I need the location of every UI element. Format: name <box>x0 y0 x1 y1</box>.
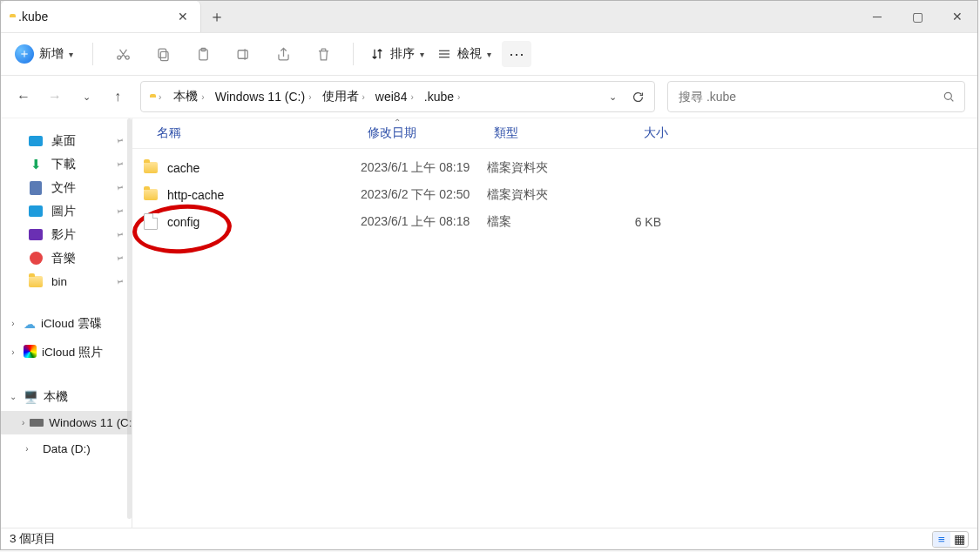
search-input[interactable] <box>677 89 942 104</box>
sidebar-item-label: Windows 11 (C:) <box>49 416 132 429</box>
sidebar-item[interactable]: 影片 <box>1 223 132 246</box>
separator <box>92 43 93 65</box>
sidebar-item[interactable]: ›☁iCloud 雲碟 <box>1 309 132 338</box>
folder-icon <box>29 275 43 289</box>
file-icon <box>143 214 159 230</box>
sidebar-item-label: 圖片 <box>51 204 76 219</box>
sidebar-item[interactable]: 文件 <box>1 176 132 199</box>
view-icon <box>436 46 452 62</box>
chevron-right-icon: › <box>8 347 18 358</box>
file-row[interactable]: cache2023/6/1 上午 08:19檔案資料夾 <box>132 154 977 181</box>
column-headers: ⌃ 名稱 修改日期 類型 大小 <box>132 118 977 149</box>
address-bar[interactable]: › 本機›Windows 11 (C:)›使用者›wei84›.kube› ⌄ <box>140 81 655 112</box>
document-icon <box>29 181 43 195</box>
sort-button[interactable]: 排序 ▾ <box>368 46 426 62</box>
chevron-down-icon: ▾ <box>69 50 73 59</box>
refresh-button[interactable] <box>631 90 645 104</box>
sidebar-item[interactable]: ›iCloud 照片 <box>1 338 132 367</box>
close-button[interactable]: ✕ <box>937 1 977 32</box>
breadcrumb-item[interactable]: 本機› <box>170 87 209 106</box>
breadcrumb-item[interactable]: Windows 11 (C:)› <box>212 88 317 105</box>
sidebar-item[interactable]: ⬇下載 <box>1 152 132 176</box>
iphoto-icon <box>24 345 37 360</box>
delete-button[interactable] <box>308 38 339 70</box>
pin-icon <box>112 204 127 219</box>
pc-icon: 🖥️ <box>24 390 38 404</box>
new-label: 新增 <box>39 46 64 62</box>
window-tab[interactable]: .kube ✕ <box>1 1 201 32</box>
breadcrumb-item[interactable]: 使用者› <box>319 87 370 106</box>
pin-icon <box>112 133 127 148</box>
breadcrumb-item[interactable]: .kube› <box>421 88 466 105</box>
sidebar-item-label: 音樂 <box>51 251 76 266</box>
file-date: 2023/6/1 上午 08:19 <box>361 160 487 176</box>
column-name[interactable]: 名稱 <box>150 125 368 141</box>
desktop-icon <box>29 134 43 148</box>
sort-label: 排序 <box>390 46 415 62</box>
new-button[interactable]: ＋ 新增 ▾ <box>13 41 78 67</box>
sidebar-item-label: bin <box>51 275 67 288</box>
chevron-right-icon: › <box>8 319 18 329</box>
recent-locations-button[interactable]: ⌄ <box>76 86 97 107</box>
sidebar-item-label: iCloud 照片 <box>42 345 103 360</box>
navigation-row: ← → ⌄ ↑ › 本機›Windows 11 (C:)›使用者›wei84›.… <box>1 76 977 118</box>
rename-button[interactable] <box>227 38 259 70</box>
chevron-right-icon: › <box>159 92 161 102</box>
sidebar-drive[interactable]: ›Windows 11 (C:) <box>1 411 132 434</box>
chevron-right-icon: › <box>22 444 32 454</box>
cut-button[interactable] <box>107 38 139 70</box>
rename-icon <box>235 46 252 63</box>
chevron-down-icon: ▾ <box>420 50 424 59</box>
sidebar-item[interactable]: bin <box>1 270 132 293</box>
column-date[interactable]: 修改日期 <box>368 125 494 141</box>
file-type: 檔案 <box>487 214 591 230</box>
window-controls: ─ ▢ ✕ <box>857 1 977 32</box>
up-button[interactable]: ↑ <box>107 86 128 107</box>
sidebar-item[interactable]: 桌面 <box>1 129 132 152</box>
file-row[interactable]: http-cache2023/6/2 下午 02:50檔案資料夾 <box>132 181 977 208</box>
pin-icon <box>112 157 127 172</box>
more-button[interactable]: ⋯ <box>502 41 531 67</box>
file-list-pane: ⌃ 名稱 修改日期 類型 大小 cache2023/6/1 上午 08:19檔案… <box>132 118 977 528</box>
separator <box>353 43 354 65</box>
maximize-button[interactable]: ▢ <box>897 1 937 32</box>
folder-icon <box>143 187 159 203</box>
new-tab-button[interactable]: ＋ <box>201 1 233 32</box>
trash-icon <box>315 46 332 63</box>
pin-icon <box>112 251 127 266</box>
file-size: 6 KB <box>591 215 661 229</box>
chevron-right-icon: › <box>22 418 24 428</box>
chevron-down-icon: ⌄ <box>8 392 18 402</box>
scrollbar[interactable] <box>127 118 132 519</box>
details-view-button[interactable]: ≡ <box>933 532 950 547</box>
column-type[interactable]: 類型 <box>494 125 598 141</box>
sidebar-item-thispc[interactable]: ⌄ 🖥️ 本機 <box>1 382 132 411</box>
sidebar-item-label: 下載 <box>51 157 76 172</box>
minimize-button[interactable]: ─ <box>857 1 897 32</box>
picture-icon <box>29 205 43 219</box>
sidebar-item[interactable]: 音樂 <box>1 246 132 270</box>
video-icon <box>29 228 43 242</box>
navigation-pane: 桌面⬇下載文件圖片影片音樂bin ›☁iCloud 雲碟›iCloud 照片 ⌄… <box>1 118 132 528</box>
explorer-window: .kube ✕ ＋ ─ ▢ ✕ ＋ 新增 ▾ 排序 ▾ 檢視 <box>0 0 978 550</box>
sidebar-item[interactable]: 圖片 <box>1 199 132 223</box>
music-icon <box>29 252 43 266</box>
sidebar-drive[interactable]: ›Data (D:) <box>1 434 132 463</box>
search-box[interactable] <box>667 81 965 112</box>
file-date: 2023/6/2 下午 02:50 <box>361 187 487 203</box>
breadcrumb-item[interactable]: wei84› <box>372 88 419 105</box>
history-dropdown-icon[interactable]: ⌄ <box>609 91 617 103</box>
paste-button[interactable] <box>187 38 219 70</box>
view-button[interactable]: 檢視 ▾ <box>435 46 493 62</box>
back-button[interactable]: ← <box>13 86 34 107</box>
icons-view-button[interactable]: ▦ <box>950 532 968 547</box>
copy-icon <box>155 46 172 63</box>
close-tab-icon[interactable]: ✕ <box>174 6 192 27</box>
sort-indicator-icon: ⌃ <box>394 118 401 127</box>
column-size[interactable]: 大小 <box>598 125 668 141</box>
copy-button[interactable] <box>147 38 179 70</box>
share-button[interactable] <box>267 38 299 70</box>
file-row[interactable]: config2023/6/1 上午 08:18檔案6 KB <box>132 208 977 235</box>
download-icon: ⬇ <box>29 158 43 172</box>
forward-button[interactable]: → <box>44 86 65 107</box>
